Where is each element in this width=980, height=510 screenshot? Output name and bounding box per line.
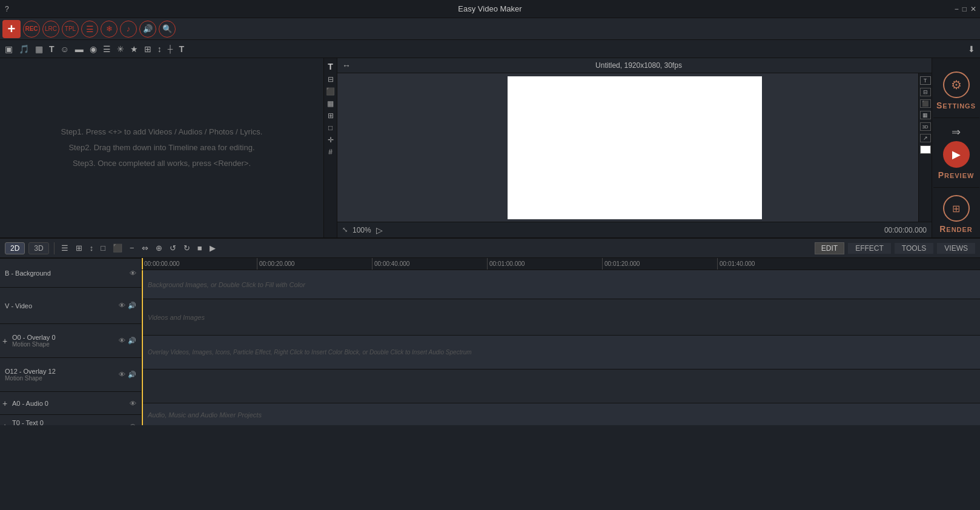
- preview-arrow-left[interactable]: ↔: [342, 61, 351, 70]
- speaker-button[interactable]: 🔊: [139, 21, 156, 38]
- tb2-icon-9[interactable]: ★: [129, 43, 139, 55]
- track-row-audio0[interactable]: Audio, Music and Audio Mixer Projects: [142, 403, 980, 425]
- tl-grid-icon[interactable]: ⊞: [74, 242, 84, 254]
- main-toolbar: + REC LRC TPL ☰ ❄ ♪ 🔊 🔍: [0, 18, 980, 40]
- add-text0-button[interactable]: +: [2, 422, 7, 426]
- track-row-overlay0[interactable]: Overlay Videos, Images, Icons, Particle …: [142, 336, 980, 369]
- tb2-icon-12[interactable]: ┼: [167, 44, 174, 55]
- help-button[interactable]: ?: [5, 5, 9, 13]
- tl-play-icon[interactable]: ▶: [208, 242, 217, 254]
- tl-fit-icon[interactable]: □: [99, 242, 107, 254]
- views-tab-button[interactable]: VIEWS: [937, 243, 975, 254]
- eye-icon-text0[interactable]: 👁: [130, 423, 136, 426]
- tb2-icon-8[interactable]: ✳: [116, 43, 125, 55]
- tb2-icon-1[interactable]: 🎵: [18, 43, 30, 55]
- strip-text-icon[interactable]: T: [326, 61, 334, 73]
- rp-icon-4[interactable]: 3D: [920, 122, 931, 131]
- timeline-ruler[interactable]: 00:00:00.000 00:00:20.000 00:00:40.000 0…: [142, 258, 980, 270]
- tb2-icon-5[interactable]: ▬: [74, 43, 85, 55]
- rp-icon-6[interactable]: [920, 145, 931, 154]
- audio-icon-overlay0[interactable]: 🔊: [128, 337, 136, 345]
- audio-icon-overlay12[interactable]: 🔊: [128, 371, 136, 379]
- search-button[interactable]: 🔍: [159, 21, 176, 38]
- add-audio0-button[interactable]: +: [2, 399, 7, 408]
- rp-icon-2[interactable]: ⬛: [920, 99, 931, 108]
- track-row-background[interactable]: Background Images, or Double Click to Fi…: [142, 270, 980, 299]
- download-icon[interactable]: ⬇: [967, 43, 976, 55]
- track-label-overlay0: + O0 - Overlay 0 Motion Shape 👁 🔊: [0, 324, 141, 358]
- rp-icon-0[interactable]: T: [920, 76, 931, 85]
- wave-button[interactable]: ♪: [120, 21, 137, 38]
- tb2-icon-11[interactable]: ↕: [156, 43, 163, 55]
- strip-grid-icon[interactable]: ⊞: [326, 110, 335, 121]
- tl-arrow-icon[interactable]: ↕: [88, 242, 96, 254]
- rp-icon-1[interactable]: ⊟: [920, 88, 931, 96]
- strip-copy-icon[interactable]: ⬛: [325, 86, 336, 97]
- tl-minus-icon[interactable]: −: [128, 242, 136, 254]
- rec-button[interactable]: REC: [23, 21, 40, 38]
- strip-plus-icon[interactable]: ✛: [326, 134, 335, 145]
- eye-icon-overlay0[interactable]: 👁: [119, 337, 125, 345]
- overlay12-track-name: O12 - Overlay 12 Motion Shape: [5, 368, 119, 382]
- tl-redo-icon[interactable]: ↻: [182, 242, 192, 254]
- tools-tab-button[interactable]: TOOLS: [895, 243, 933, 254]
- play-button[interactable]: ▷: [376, 225, 383, 235]
- strip-table-icon[interactable]: ▦: [326, 98, 335, 109]
- strip-square-icon[interactable]: □: [327, 122, 334, 133]
- audio-icon-video[interactable]: 🔊: [128, 302, 136, 310]
- tl-stop-icon[interactable]: ■: [196, 242, 204, 254]
- preview-button[interactable]: ⇒ ▶ PREVIEW: [933, 118, 979, 188]
- tl-add-icon[interactable]: ⊕: [154, 242, 164, 254]
- tb2-icon-13[interactable]: T: [177, 43, 185, 55]
- eye-icon-overlay12[interactable]: 👁: [119, 371, 125, 379]
- eye-icon-video[interactable]: 👁: [119, 302, 125, 310]
- list-button[interactable]: ☰: [81, 21, 98, 38]
- tl-list-icon[interactable]: ☰: [59, 242, 70, 254]
- preview-area: ↔ Untitled, 1920x1080, 30fps T ⊟ ⬛ ▦ 3D …: [337, 58, 932, 237]
- tb2-icon-6[interactable]: ◉: [88, 43, 98, 55]
- preview-label: PREVIEW: [938, 170, 975, 180]
- tl-expand-icon[interactable]: ⇔: [140, 242, 150, 254]
- rp-icon-5[interactable]: ↗: [920, 134, 931, 142]
- add-overlay0-button[interactable]: +: [2, 336, 7, 346]
- right-panel-icons: T ⊟ ⬛ ▦ 3D ↗: [918, 73, 932, 222]
- maximize-button[interactable]: □: [962, 5, 967, 13]
- effect-tab-button[interactable]: EFFECT: [848, 243, 891, 254]
- zoom-level[interactable]: 100%: [353, 226, 371, 234]
- tb2-icon-2[interactable]: ▦: [34, 43, 44, 55]
- track-label-video: V - Video 👁 🔊: [0, 288, 141, 324]
- tb2-icon-3[interactable]: T: [48, 43, 56, 55]
- tb2-icon-7[interactable]: ☰: [102, 43, 112, 55]
- snowflake-button[interactable]: ❄: [101, 21, 118, 38]
- settings-button[interactable]: ⚙ SETTINGS: [933, 64, 979, 118]
- eye-icon-background[interactable]: 👁: [130, 270, 136, 277]
- track-row-video[interactable]: Videos and Images: [142, 299, 980, 336]
- tb2-icon-4[interactable]: ☺: [59, 43, 70, 55]
- tracks-area: Background Images, or Double Click to Fi…: [142, 270, 980, 425]
- mode-2d-button[interactable]: 2D: [5, 242, 25, 254]
- track-label-audio0: + A0 - Audio 0 👁: [0, 392, 141, 415]
- rp-icon-3[interactable]: ▦: [920, 111, 931, 119]
- video-track-icons: 👁 🔊: [119, 302, 136, 310]
- edit-tab-button[interactable]: EDIT: [815, 242, 844, 254]
- tl-copy-icon[interactable]: ⬛: [111, 242, 124, 254]
- close-button[interactable]: ✕: [970, 5, 976, 13]
- tpl-button[interactable]: TPL: [62, 21, 79, 38]
- settings-icon: ⚙: [943, 71, 970, 98]
- add-button[interactable]: +: [2, 20, 21, 38]
- preview-canvas-area[interactable]: T ⊟ ⬛ ▦ 3D ↗: [337, 73, 932, 222]
- audio0-track-name: A0 - Audio 0: [12, 400, 130, 407]
- track-row-overlay12[interactable]: [142, 369, 980, 403]
- render-button[interactable]: ⊞ RENDER: [933, 188, 979, 242]
- strip-align-icon[interactable]: ⊟: [326, 74, 335, 85]
- tb2-icon-10[interactable]: ⊞: [143, 43, 153, 55]
- mode-3d-button[interactable]: 3D: [28, 242, 48, 254]
- lrc-button[interactable]: LRC: [42, 21, 59, 38]
- overlay12-track-icons: 👁 🔊: [119, 371, 136, 379]
- tl-undo-icon[interactable]: ↺: [168, 242, 178, 254]
- tb2-icon-0[interactable]: ▣: [4, 43, 14, 55]
- eye-icon-audio0[interactable]: 👁: [130, 400, 136, 407]
- strip-hash-icon[interactable]: #: [327, 147, 334, 157]
- minimize-button[interactable]: −: [955, 5, 959, 13]
- overlay0-track-name: O0 - Overlay 0 Motion Shape: [12, 334, 119, 348]
